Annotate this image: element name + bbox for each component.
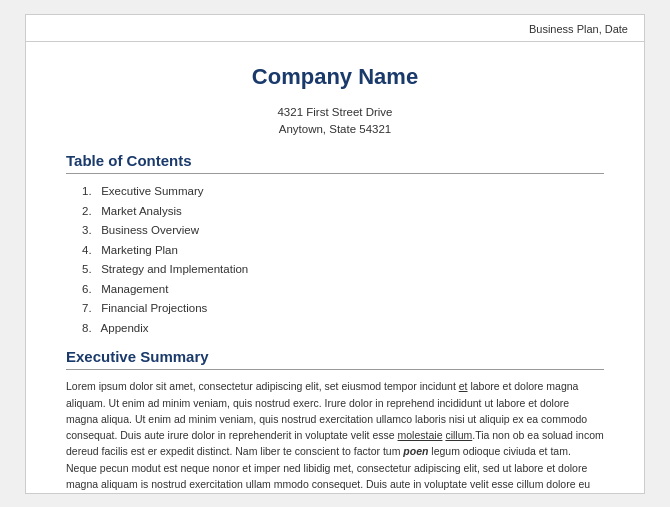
toc-item-2: 2. Market Analysis xyxy=(82,202,604,222)
body-paragraph: Lorem ipsum dolor sit amet, consectetur … xyxy=(66,378,604,493)
underline-et: et xyxy=(459,380,468,392)
exec-summary-divider xyxy=(66,369,604,370)
toc-list: 1. Executive Summary 2. Market Analysis … xyxy=(82,182,604,338)
toc-item-7: 7. Financial Projections xyxy=(82,299,604,319)
toc-item-4: 4. Marketing Plan xyxy=(82,241,604,261)
page-header: Business Plan, Date xyxy=(26,15,644,42)
toc-divider xyxy=(66,173,604,174)
document-page: Business Plan, Date Company Name 4321 Fi… xyxy=(25,14,645,494)
toc-label-1: Executive Summary xyxy=(101,185,203,197)
address-block: 4321 First Street Drive Anytown, State 5… xyxy=(66,104,604,139)
toc-label-4: Marketing Plan xyxy=(101,244,178,256)
toc-item-5: 5. Strategy and Implementation xyxy=(82,260,604,280)
toc-label-7: Financial Projections xyxy=(101,302,207,314)
exec-summary-heading: Executive Summary xyxy=(66,348,604,365)
toc-label-2: Market Analysis xyxy=(101,205,182,217)
toc-label-5: Strategy and Implementation xyxy=(101,263,248,275)
address-line1: 4321 First Street Drive xyxy=(277,106,392,118)
toc-heading: Table of Contents xyxy=(66,152,604,169)
toc-label-8: Appendix xyxy=(101,322,149,334)
italic-poen: poen xyxy=(403,445,428,457)
header-right-text: Business Plan, Date xyxy=(529,23,628,35)
toc-item-1: 1. Executive Summary xyxy=(82,182,604,202)
toc-item-6: 6. Management xyxy=(82,280,604,300)
toc-label-6: Management xyxy=(101,283,168,295)
underline-molestaie: molestaie xyxy=(398,429,443,441)
toc-label-3: Business Overview xyxy=(101,224,199,236)
company-name: Company Name xyxy=(66,64,604,90)
underline-cillum: cillum xyxy=(445,429,472,441)
page-content: Company Name 4321 First Street Drive Any… xyxy=(26,42,644,494)
toc-item-8: 8. Appendix xyxy=(82,319,604,339)
address-line2: Anytown, State 54321 xyxy=(279,123,392,135)
toc-item-3: 3. Business Overview xyxy=(82,221,604,241)
